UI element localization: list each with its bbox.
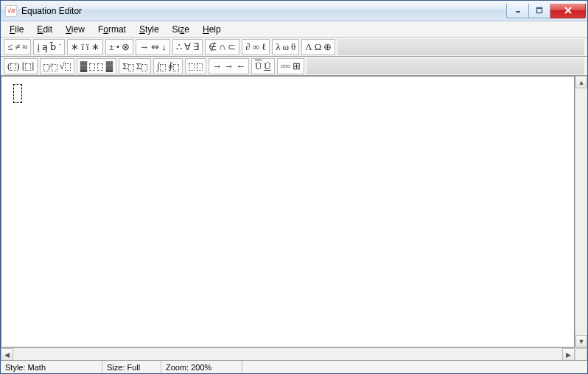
window-title: Equation Editor — [21, 6, 506, 16]
vscroll-track[interactable] — [575, 88, 587, 335]
close-button[interactable] — [550, 4, 586, 18]
palette-matrices[interactable]: ▫▫▫ ⊞ — [277, 58, 305, 74]
menu-format[interactable]: Format — [92, 23, 132, 36]
palette-operators[interactable]: ± • ⊗ — [105, 39, 134, 55]
status-filler — [242, 361, 587, 373]
palette-misc[interactable]: ∂ ∞ ℓ — [242, 39, 270, 55]
palette-overbar[interactable] — [185, 58, 206, 74]
menu-file[interactable]: File — [4, 23, 29, 36]
app-icon: α — [5, 5, 17, 17]
scroll-right-button[interactable]: ▶ — [562, 348, 575, 361]
menu-style[interactable]: Style — [133, 23, 165, 36]
palette-fractions[interactable]: ⁄ √ — [40, 58, 74, 74]
minimize-button[interactable] — [506, 4, 528, 18]
vertical-scrollbar[interactable]: ▲ ▼ — [575, 76, 587, 347]
palette-products[interactable]: Ū Ū — [251, 58, 275, 74]
hscroll-track[interactable] — [13, 348, 562, 360]
toolbar-filler-2 — [307, 58, 584, 74]
status-size: Size: Full — [102, 361, 161, 373]
menu-edit[interactable]: Edit — [31, 23, 58, 36]
palette-fences[interactable]: () [] — [4, 58, 38, 74]
maximize-button[interactable] — [528, 4, 550, 18]
toolbar-filler — [337, 39, 584, 55]
palette-greek-lower[interactable]: λ ω θ — [272, 39, 299, 55]
palette-scripts[interactable]: ▓ ▓ — [77, 58, 116, 74]
status-style: Style: Math — [1, 361, 102, 373]
menu-size[interactable]: Size — [167, 23, 195, 36]
horizontal-scrollbar[interactable]: ◀ ▶ — [1, 347, 587, 360]
palette-spaces[interactable]: ∗ ï ï ∗ — [67, 39, 102, 55]
palette-greek-upper[interactable]: Λ Ω ⊕ — [301, 39, 335, 55]
equation-slot[interactable] — [13, 84, 22, 103]
menu-view[interactable]: View — [60, 23, 91, 36]
app-window: α Equation Editor File Edit View Format … — [0, 0, 588, 374]
template-toolbar: () [] ⁄ √ ▓ ▓ Σ Σ ∫ ∮ → → ← Ū — [1, 57, 587, 76]
palette-arrows[interactable]: → ⇔ ↓ — [136, 39, 170, 55]
palette-relational[interactable]: ≤ ≠ ≈ — [4, 39, 31, 55]
menu-bar: File Edit View Format Style Size Help — [1, 21, 587, 38]
menu-help[interactable]: Help — [197, 23, 227, 36]
scroll-left-button[interactable]: ◀ — [1, 348, 13, 361]
status-zoom: Zoom: 200% — [161, 361, 242, 373]
status-bar: Style: Math Size: Full Zoom: 200% — [1, 360, 587, 373]
scroll-up-button[interactable]: ▲ — [575, 76, 587, 88]
editor-area-wrap: ▲ ▼ — [1, 76, 587, 347]
palette-integral[interactable]: ∫ ∮ — [153, 58, 183, 74]
window-controls — [506, 4, 586, 18]
title-bar[interactable]: α Equation Editor — [1, 1, 587, 21]
scroll-down-button[interactable]: ▼ — [575, 335, 587, 347]
scroll-corner — [575, 348, 587, 361]
palette-labeled-arrows[interactable]: → → ← — [209, 58, 249, 74]
palette-embellishments[interactable]: į a̧ b̈ ˙ — [33, 39, 65, 55]
palette-logical[interactable]: ∴ ∀ ∃ — [172, 39, 203, 55]
palette-summation[interactable]: Σ Σ — [119, 58, 151, 74]
palette-set-theory[interactable]: ∉ ∩ ⊂ — [205, 39, 239, 55]
symbol-toolbar: ≤ ≠ ≈ į a̧ b̈ ˙ ∗ ï ï ∗ ± • ⊗ → ⇔ ↓ ∴ ∀ — [1, 38, 587, 57]
editor-canvas[interactable] — [1, 76, 575, 347]
